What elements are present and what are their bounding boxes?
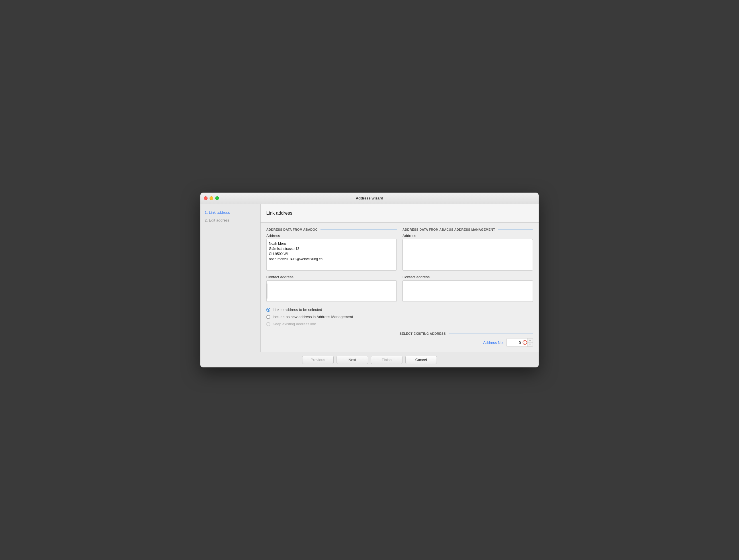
radio-include-new[interactable]: Include as new address in Address Manage… <box>266 315 533 319</box>
abacus-section-header: ADDRESS DATA FROM ABACUS ADDRESS MANAGEM… <box>403 228 533 231</box>
abadoc-column: ADDRESS DATA FROM ABADOC Address Noah Me… <box>266 228 397 302</box>
abacus-address-display <box>403 239 533 270</box>
select-address-inner: SELECT EXISTING ADDRESS Address No. ! ▲ … <box>400 332 533 347</box>
next-button[interactable]: Next <box>336 356 368 364</box>
contact-divider <box>267 284 268 299</box>
sidebar-item-link-address[interactable]: 1. Link address <box>205 210 256 215</box>
abacus-contact-label: Contact address <box>403 275 533 279</box>
address-no-label: Address No. <box>483 341 504 345</box>
page-header: Link address <box>261 204 539 223</box>
sidebar-item-edit-address[interactable]: 2. Edit address <box>205 217 256 223</box>
app-window: Address wizard 1. Link address 2. Edit a… <box>200 193 539 367</box>
title-bar: Address wizard <box>200 193 539 204</box>
address-columns: ADDRESS DATA FROM ABADOC Address Noah Me… <box>266 228 533 302</box>
info-icon: ! <box>523 340 527 345</box>
bottom-bar: Previous Next Finish Cancel <box>200 352 539 367</box>
spinner-down-button[interactable]: ▼ <box>528 343 533 347</box>
abadoc-section-label: ADDRESS DATA FROM ABADOC <box>266 228 318 231</box>
traffic-lights <box>204 196 219 200</box>
radio-link-indicator <box>266 308 270 312</box>
address-no-input[interactable] <box>507 340 523 346</box>
abacus-section-label: ADDRESS DATA FROM ABACUS ADDRESS MANAGEM… <box>403 228 495 231</box>
spinner-buttons: ▲ ▼ <box>527 339 533 347</box>
abacus-section-line <box>498 229 533 230</box>
sidebar: 1. Link address 2. Edit address ... <box>200 204 261 352</box>
sidebar-item-ellipsis: ... <box>205 225 256 231</box>
abadoc-section-header: ADDRESS DATA FROM ABADOC <box>266 228 397 231</box>
abadoc-contact-label: Contact address <box>266 275 397 279</box>
abacus-column: ADDRESS DATA FROM ABACUS ADDRESS MANAGEM… <box>403 228 533 302</box>
cancel-button[interactable]: Cancel <box>405 356 437 364</box>
address-no-row: Address No. ! ▲ ▼ <box>400 338 533 347</box>
close-button[interactable] <box>204 196 207 200</box>
page-content: ADDRESS DATA FROM ABADOC Address Noah Me… <box>261 223 539 352</box>
abacus-address-label: Address <box>403 233 533 238</box>
window-body: 1. Link address 2. Edit address ... Link… <box>200 204 539 352</box>
radio-include-indicator <box>266 315 270 319</box>
page-title: Link address <box>266 211 292 216</box>
radio-group: Link to address to be selected Include a… <box>266 308 533 326</box>
main-content: Link address ADDRESS DATA FROM ABADOC Ad… <box>261 204 539 352</box>
minimize-button[interactable] <box>209 196 213 200</box>
address-no-input-group: ! ▲ ▼ <box>506 338 533 347</box>
abadoc-section-line <box>320 229 397 230</box>
abadoc-contact-display <box>266 280 397 302</box>
finish-button[interactable]: Finish <box>371 356 403 364</box>
radio-keep-indicator <box>266 322 270 326</box>
spinner-up-button[interactable]: ▲ <box>528 339 533 343</box>
abadoc-address-label: Address <box>266 233 397 238</box>
previous-button[interactable]: Previous <box>302 356 334 364</box>
select-section-header: SELECT EXISTING ADDRESS <box>400 332 533 335</box>
select-section-line <box>449 334 533 334</box>
select-address-section: SELECT EXISTING ADDRESS Address No. ! ▲ … <box>266 332 533 347</box>
abacus-contact-display <box>403 280 533 302</box>
radio-keep-existing: Keep existing address link <box>266 322 533 326</box>
abadoc-address-display: Noah Menzi Glärnischstrasse 13 CH-9500 W… <box>266 239 397 270</box>
window-title: Address wizard <box>356 196 383 200</box>
select-existing-label: SELECT EXISTING ADDRESS <box>400 332 446 335</box>
radio-link-to-address[interactable]: Link to address to be selected <box>266 308 533 312</box>
maximize-button[interactable] <box>215 196 219 200</box>
